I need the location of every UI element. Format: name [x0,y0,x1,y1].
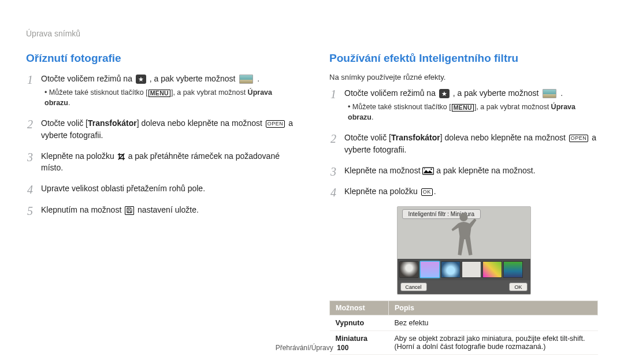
filter-preview-screenshot: Inteligentní filtr : Miniatura Cancel OK [397,206,531,295]
table-head-option: Možnost [330,301,389,315]
left-step-1-note: Můžete také stisknout tlačítko [MENU], a… [44,88,295,108]
svg-point-1 [431,169,432,170]
page-footer: Přehrávání/Úpravy 100 [0,344,624,352]
left-column: Oříznutí fotografie Otočte voličem režim… [26,52,295,355]
filter-thumb[interactable] [503,261,523,278]
right-step-2: Otočte volič [Transfokátor] doleva nebo … [329,132,598,155]
mode-dial-icon: ★ [439,89,450,98]
preview-ok-button[interactable]: OK [509,283,527,291]
right-step-1: Otočte voličem režimů na ★ , a pak vyber… [329,87,598,122]
right-column: Používání efektů Inteligentního filtru N… [329,52,598,355]
left-step-2: Otočte volič [Transfokátor] doleva nebo … [26,117,295,141]
edit-image-thumb-icon [543,89,556,98]
menu-button-icon: MENU [452,104,474,112]
filter-thumb[interactable] [482,261,502,278]
preview-filter-strip [398,259,530,280]
right-step-3: Klepněte na možnost a pak klepněte na mo… [329,165,598,176]
smart-filter-icon [422,167,434,175]
ok-button-icon: OK [421,188,433,196]
filter-thumb[interactable] [462,261,481,278]
right-intro: Na snímky používejte různé efekty. [329,73,598,81]
breadcrumb: Úprava snímků [26,29,598,38]
preview-cancel-button[interactable]: Cancel [400,283,427,291]
left-step-1: Otočte voličem režimů na ★ , a pak vyber… [26,73,295,108]
right-step-4: Klepněte na položku OK. [329,185,598,197]
filter-thumb[interactable] [441,261,460,278]
left-title: Oříznutí fotografie [26,52,295,65]
left-step-4: Upravte velikost oblasti přetažením rohů… [26,183,295,194]
crop-icon [117,153,126,161]
preview-subject-silhouette [448,210,480,257]
table-head-desc: Popis [389,301,598,315]
table-row: Vypnuto Bez efektu [330,315,598,331]
left-step-3: Klepněte na položku a pak přetáhněte rám… [26,150,295,174]
open-button-icon: OPEN [266,120,285,128]
mode-dial-icon: ★ [136,75,146,84]
right-step-1-note: Můžete také stisknout tlačítko [MENU], a… [348,102,598,122]
menu-button-icon: MENU [148,90,170,97]
save-icon [125,206,134,215]
open-button-icon: OPEN [569,135,589,142]
filter-thumb-selected[interactable] [420,261,440,278]
filter-thumb[interactable] [399,261,419,278]
edit-image-thumb-icon [239,75,253,84]
left-step-5: Klepnutím na možnost nastavení uložte. [26,204,295,216]
right-title: Používání efektů Inteligentního filtru [329,52,598,65]
